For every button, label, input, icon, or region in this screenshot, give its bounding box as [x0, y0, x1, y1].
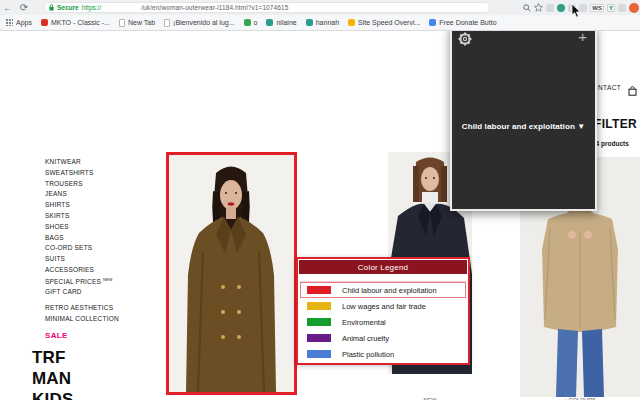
bookmarks-bar: Apps MKTO - Classic -... New Tab ¡Bienve…	[0, 15, 640, 31]
legend-label: Animal cruelty	[342, 334, 389, 343]
sidebar-item-minimal-collection[interactable]: MINIMAL COLLECTION	[45, 315, 119, 326]
bookmark-label: Free Donate Butto	[439, 19, 496, 26]
bookmark-label: ¡Bienvenido al lug...	[173, 19, 234, 26]
sidebar-item-knitwear[interactable]: KNITWEAR	[45, 158, 112, 169]
bookmark-bienvenido[interactable]: ¡Bienvenido al lug...	[164, 19, 234, 27]
bookmark-favicon	[244, 19, 251, 26]
main-sections-nav: TRF MAN KIDS SHOES	[32, 347, 93, 400]
url-protocol: https://	[82, 4, 102, 11]
sidebar-item-retro-aesthetics[interactable]: RETRO AESTHETICS	[45, 304, 119, 315]
address-bar[interactable]: Secure https:// /uk/en/woman-outerwear-l…	[44, 2, 490, 13]
nav-item-kids[interactable]: KIDS	[32, 389, 93, 400]
bookmark-apps[interactable]: Apps	[6, 19, 32, 26]
sidebar-item-skirts[interactable]: SKIRTS	[45, 212, 112, 223]
legend-label: Enviromental	[342, 318, 386, 327]
bookmark-label: MKTO - Classic -...	[51, 19, 110, 26]
bookmark-label: nilaine	[276, 19, 296, 26]
extension-icon-y[interactable]: Y	[607, 4, 615, 12]
reload-icon[interactable]: ⟳	[16, 0, 32, 15]
legend-swatch-blue	[307, 350, 331, 358]
extension-icon-ws[interactable]: WS	[590, 4, 604, 12]
legend-swatch-purple	[307, 334, 331, 342]
bookmark-star-icon[interactable]	[534, 3, 543, 12]
sidebar-item-label: SPECIAL PRICES	[45, 278, 101, 285]
browser-toolbar: ← ⟳ Secure https:// /uk/en/woman-outerwe…	[0, 0, 640, 15]
contact-link-partial[interactable]: NTACT	[598, 84, 621, 91]
bookmark-nilaine[interactable]: nilaine	[266, 19, 296, 26]
shopping-bag-icon[interactable]	[628, 82, 637, 100]
legend-swatch-green	[307, 318, 331, 326]
page-icon	[119, 19, 125, 27]
extension-popup: + Child labour and exploitation ▼	[450, 25, 597, 211]
page-icon	[164, 19, 170, 27]
url-path: /uk/en/woman-outerwear-l1184.html?v1=107…	[141, 4, 288, 11]
bookmark-hannah[interactable]: hannah	[306, 19, 339, 26]
legend-row-environmental: Enviromental	[300, 314, 466, 330]
back-icon[interactable]: ←	[0, 0, 16, 15]
bookmark-label: Apps	[16, 19, 32, 26]
sidebar-item-trousers[interactable]: TROUSERS	[45, 180, 112, 191]
extension-icon-1[interactable]	[546, 4, 554, 12]
legend-divider	[300, 274, 466, 282]
sidebar-item-bags[interactable]: BAGS	[45, 234, 112, 245]
bookmark-favicon	[429, 19, 436, 26]
sidebar-item-gift-card[interactable]: GIFT CARD	[45, 288, 112, 299]
sidebar-item-jeans[interactable]: JEANS	[45, 190, 112, 201]
category-sidebar: KNITWEAR SWEATSHIRTS TROUSERS JEANS SHIR…	[45, 158, 112, 298]
bookmark-label: hannah	[316, 19, 339, 26]
product-photo-corduroy-coat[interactable]	[166, 152, 297, 395]
collections-nav: RETRO AESTHETICS MINIMAL COLLECTION	[45, 304, 119, 326]
legend-row-low-wages: Low wages and fair trade	[300, 298, 466, 314]
legend-row-animal-cruelty: Animal cruelty	[300, 330, 466, 346]
bookmark-favicon	[348, 19, 355, 26]
sidebar-item-special-prices[interactable]: SPECIAL PRICES NEW	[45, 277, 112, 288]
bookmark-label: Site Speed Overvi...	[358, 19, 420, 26]
sidebar-item-shirts[interactable]: SHIRTS	[45, 201, 112, 212]
nav-item-man[interactable]: MAN	[32, 368, 93, 389]
new-badge: NEW	[103, 277, 112, 282]
apps-grid-icon	[6, 19, 13, 26]
legend-label: Low wages and fair trade	[342, 302, 426, 311]
gear-icon[interactable]	[458, 32, 472, 50]
bookmark-favicon	[306, 19, 313, 26]
security-label: Secure	[57, 4, 79, 11]
sidebar-item-sale[interactable]: SALE	[45, 331, 68, 340]
bookmark-label: o	[254, 19, 258, 26]
add-icon[interactable]: +	[578, 29, 587, 44]
sidebar-item-shoes[interactable]: SHOES	[45, 223, 112, 234]
legend-swatch-yellow	[307, 302, 331, 310]
padlock-icon	[49, 4, 54, 11]
mouse-cursor	[571, 4, 582, 22]
extension-icon-4[interactable]	[618, 4, 626, 12]
bookmark-label: New Tab	[128, 19, 155, 26]
color-legend-title: Color Legend	[299, 260, 467, 274]
bookmark-o[interactable]: o	[244, 19, 258, 26]
extension-icon-green[interactable]	[557, 4, 565, 12]
nav-item-trf[interactable]: TRF	[32, 347, 93, 368]
sidebar-item-suits[interactable]: SUITS	[45, 255, 112, 266]
filter-button[interactable]: FILTER	[594, 117, 637, 131]
bookmark-favicon	[41, 19, 48, 26]
legend-swatch-red	[307, 286, 331, 294]
sidebar-item-accessories[interactable]: ACCESSORIES	[45, 266, 112, 277]
profile-avatar[interactable]	[629, 3, 639, 13]
legend-label: Plastic pollution	[342, 350, 394, 359]
legend-row-plastic-pollution: Plastic pollution	[300, 346, 466, 362]
sidebar-item-sweatshirts[interactable]: SWEATSHIRTS	[45, 169, 112, 180]
bookmark-favicon	[266, 19, 273, 26]
bookmark-site-speed[interactable]: Site Speed Overvi...	[348, 19, 420, 26]
bookmark-mkto[interactable]: MKTO - Classic -...	[41, 19, 110, 26]
product-count: 44 products	[592, 140, 629, 147]
issue-category-dropdown[interactable]: Child labour and exploitation ▼	[452, 122, 595, 131]
model-illustration	[169, 155, 294, 392]
legend-row-child-labour: Child labour and exploitation	[300, 282, 466, 298]
sidebar-item-co-ord-sets[interactable]: CO-ORD SETS	[45, 244, 112, 255]
bookmark-new-tab[interactable]: New Tab	[119, 19, 155, 27]
search-icon[interactable]	[522, 3, 531, 12]
color-legend: Color Legend Child labour and exploitati…	[296, 257, 470, 365]
bookmark-free-donate[interactable]: Free Donate Butto	[429, 19, 496, 26]
legend-label: Child labour and exploitation	[342, 286, 437, 295]
